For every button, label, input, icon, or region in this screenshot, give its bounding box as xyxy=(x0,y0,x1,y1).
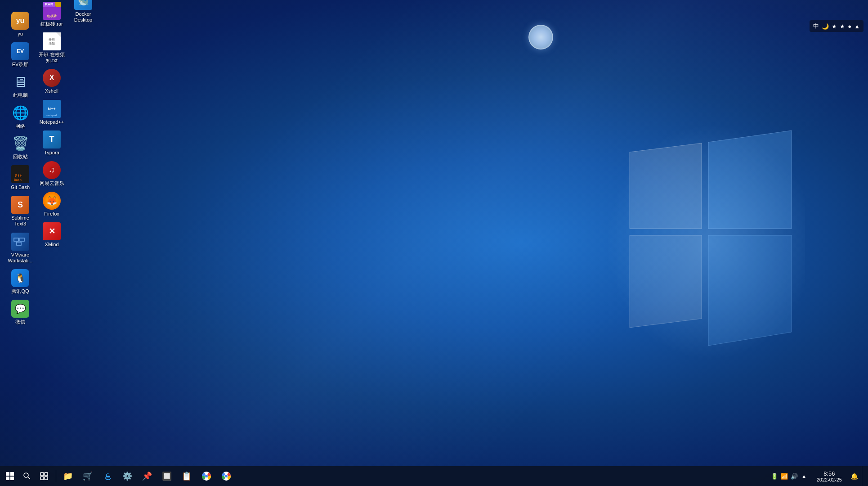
svg-rect-19 xyxy=(6,477,9,480)
taskbar-divider xyxy=(56,470,56,482)
icon-kaiban-txt-label: 开班-在校须知.txt xyxy=(38,52,66,63)
taskbar-chrome1[interactable] xyxy=(197,466,216,486)
svg-rect-17 xyxy=(6,472,9,476)
start-button[interactable] xyxy=(0,466,20,486)
tray-show-hidden[interactable]: ▲ xyxy=(800,472,809,481)
icon-notepad[interactable]: N++ notepad Notepad++ xyxy=(36,97,67,128)
svg-rect-8 xyxy=(14,238,18,241)
svg-rect-23 xyxy=(40,472,44,476)
icon-gitbash-label: Git Bash xyxy=(11,184,30,190)
icon-sublime-label: Sublime Text3 xyxy=(6,215,34,227)
icon-gitbash[interactable]: Git Bash Git Bash xyxy=(4,162,36,193)
circle-widget[interactable] xyxy=(528,25,553,50)
icon-typora-label: Typora xyxy=(44,150,59,156)
tray-star1[interactable]: ★ xyxy=(832,23,837,30)
svg-rect-18 xyxy=(10,472,14,476)
desktop: 中 🌙 ★ ★ ● ▲ yu yu EV EV录屏 🖥 此电脑 xyxy=(0,0,868,486)
icon-ev-label: EV录屏 xyxy=(12,62,29,68)
taskbar-app7[interactable]: 📋 xyxy=(177,466,197,486)
taskbar-chrome2[interactable] xyxy=(216,466,236,486)
icon-notepad-label: Notepad++ xyxy=(40,119,64,125)
tray-dot[interactable]: ● xyxy=(848,23,851,30)
tray-moon[interactable]: 🌙 xyxy=(822,23,829,30)
icon-vmware-label: VMware Workstati... xyxy=(6,252,34,264)
tray-icon-2[interactable]: 📶 xyxy=(780,472,789,481)
search-button[interactable] xyxy=(20,466,34,486)
svg-point-29 xyxy=(205,475,208,477)
svg-rect-20 xyxy=(10,477,14,480)
show-desktop-button[interactable] xyxy=(862,466,864,486)
svg-rect-9 xyxy=(20,238,24,241)
icon-yu-label: yu xyxy=(18,31,23,37)
icon-pc[interactable]: 🖥 此电脑 xyxy=(4,70,36,101)
taskbar-store[interactable]: 🛒 xyxy=(78,466,98,486)
icon-network[interactable]: 🌐 网络 xyxy=(4,101,36,132)
svg-rect-25 xyxy=(40,477,44,480)
tray-chinese[interactable]: 中 xyxy=(813,22,819,30)
svg-line-22 xyxy=(28,477,30,479)
icon-xshell[interactable]: X Xshell xyxy=(36,66,67,97)
windows-logo xyxy=(580,125,805,361)
taskbar-app4[interactable]: ⚙️ xyxy=(117,466,137,486)
svg-text:Git: Git xyxy=(15,174,22,178)
icon-yu[interactable]: yu yu xyxy=(4,9,36,40)
tray-triangle[interactable]: ▲ xyxy=(854,23,860,30)
icon-ev[interactable]: EV EV录屏 xyxy=(4,40,36,70)
tray-star2[interactable]: ★ xyxy=(840,23,845,30)
taskbar-app5[interactable]: 📌 xyxy=(137,466,157,486)
svg-point-32 xyxy=(225,475,228,477)
taskbar-right: 🔋 📶 🔊 ▲ 8:56 2022-02-25 🔔 xyxy=(764,466,868,486)
notification-button[interactable]: 🔔 xyxy=(847,466,861,486)
icon-recycle[interactable]: 🗑️ 回收站 xyxy=(4,132,36,162)
icon-xmind[interactable]: ✕ XMind xyxy=(36,220,67,250)
icon-redrar[interactable]: RAR 红板砖 红板砖.rar xyxy=(36,0,67,30)
icon-sublime[interactable]: S Sublime Text3 xyxy=(4,193,36,230)
taskbar-task-view[interactable] xyxy=(34,466,54,486)
icon-kaiban-txt[interactable]: 开班须知 开班-在校须知.txt xyxy=(36,30,67,66)
icon-xshell-label: Xshell xyxy=(45,88,58,94)
icon-redrar-label: 红板砖.rar xyxy=(40,21,63,27)
icon-netease-label: 网易云音乐 xyxy=(40,180,64,186)
svg-rect-24 xyxy=(45,472,48,476)
svg-rect-10 xyxy=(17,242,21,245)
icon-docker-label: Docker Desktop xyxy=(69,11,97,23)
icon-firefox[interactable]: 🦊 Firefox xyxy=(36,189,67,220)
taskbar: 📁 🛒 ⚙️ 📌 🔲 xyxy=(0,466,868,486)
icon-wechat[interactable]: 💬 微信 xyxy=(4,297,36,328)
clock-date: 2022-02-25 xyxy=(817,477,842,482)
taskbar-file-explorer[interactable]: 📁 xyxy=(58,466,78,486)
svg-point-4 xyxy=(607,125,805,359)
icon-network-label: 网络 xyxy=(15,123,25,129)
icon-recycle-label: 回收站 xyxy=(13,154,28,160)
icon-wechat-label: 微信 xyxy=(15,319,25,325)
svg-rect-26 xyxy=(45,477,48,480)
icon-qq-label: 腾讯QQ xyxy=(11,288,29,294)
icon-pc-label: 此电脑 xyxy=(13,92,28,98)
tray-icon-1[interactable]: 🔋 xyxy=(770,472,779,481)
icon-netease[interactable]: ♫ 网易云音乐 xyxy=(36,158,67,189)
clock[interactable]: 8:56 2022-02-25 xyxy=(812,466,846,486)
taskbar-edge[interactable] xyxy=(98,466,117,486)
svg-text:Bash: Bash xyxy=(14,178,22,182)
icon-vmware[interactable]: VMware Workstati... xyxy=(4,230,36,266)
icon-xmind-label: XMind xyxy=(45,242,58,248)
taskbar-app6[interactable]: 🔲 xyxy=(157,466,177,486)
system-tray: 🔋 📶 🔊 ▲ xyxy=(767,472,811,481)
icon-typora[interactable]: T Typora xyxy=(36,128,67,158)
taskbar-left xyxy=(0,466,34,486)
taskbar-apps: 📁 🛒 ⚙️ 📌 🔲 xyxy=(58,466,764,486)
icon-qq[interactable]: 🐧 腾讯QQ xyxy=(4,266,36,297)
tray-icon-3[interactable]: 🔊 xyxy=(790,472,799,481)
system-tray-top: 中 🌙 ★ ★ ● ▲ xyxy=(810,20,864,32)
svg-point-21 xyxy=(24,473,28,477)
icon-docker[interactable]: 🐋 Docker Desktop xyxy=(67,0,99,26)
icon-firefox-label: Firefox xyxy=(44,211,59,217)
desktop-icons: yu yu EV EV录屏 🖥 此电脑 🌐 网络 xyxy=(0,4,103,468)
clock-time: 8:56 xyxy=(823,470,835,477)
